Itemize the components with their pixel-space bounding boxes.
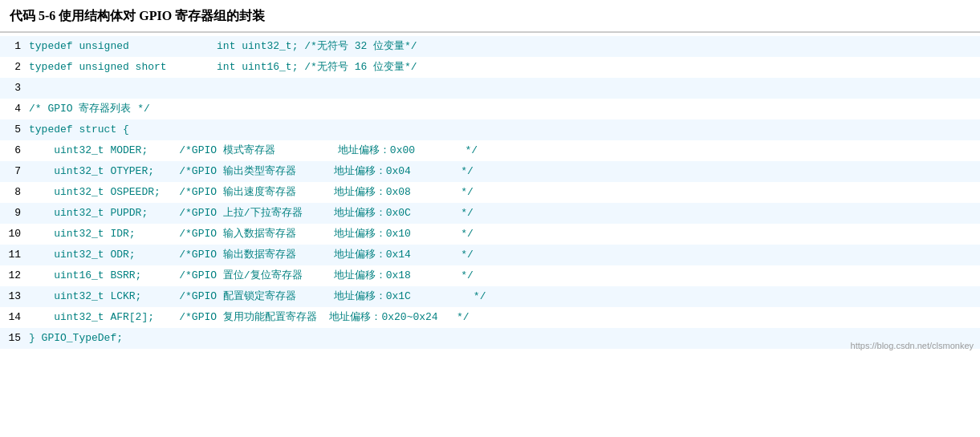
line-content: typedef struct { [29, 119, 980, 140]
code-line: 15} GPIO_TypeDef; [0, 328, 980, 349]
line-content: /* GPIO 寄存器列表 */ [29, 99, 980, 119]
code-line: 13 uint32_t LCKR; /*GPIO 配置锁定寄存器 地址偏移：0x… [0, 286, 980, 307]
line-content: uint32_t PUPDR; /*GPIO 上拉/下拉寄存器 地址偏移：0x0… [29, 203, 980, 224]
line-content: typedef unsigned int uint32_t; /*无符号 32 … [29, 36, 980, 57]
code-line: 5typedef struct { [0, 119, 980, 140]
line-number: 13 [0, 286, 29, 307]
line-number: 2 [0, 57, 29, 78]
line-content: typedef unsigned short int uint16_t; /*无… [29, 57, 980, 78]
line-content: uint32_t MODER; /*GPIO 模式寄存器 地址偏移：0x00 *… [29, 140, 980, 161]
code-block: 1typedef unsigned int uint32_t; /*无符号 32… [0, 33, 980, 352]
line-number: 7 [0, 161, 29, 182]
code-line: 8 uint32_t OSPEEDR; /*GPIO 输出速度寄存器 地址偏移：… [0, 182, 980, 203]
code-line: 10 uint32_t IDR; /*GPIO 输入数据寄存器 地址偏移：0x1… [0, 224, 980, 245]
line-number: 10 [0, 224, 29, 245]
line-content: uint32_t OSPEEDR; /*GPIO 输出速度寄存器 地址偏移：0x… [29, 182, 980, 203]
line-number: 8 [0, 182, 29, 203]
code-line: 3 [0, 78, 980, 99]
code-line: 9 uint32_t PUPDR; /*GPIO 上拉/下拉寄存器 地址偏移：0… [0, 203, 980, 224]
code-line: 14 uint32_t AFR[2]; /*GPIO 复用功能配置寄存器 地址偏… [0, 307, 980, 328]
line-content: uint32_t OTYPER; /*GPIO 输出类型寄存器 地址偏移：0x0… [29, 161, 980, 182]
line-number: 15 [0, 328, 29, 349]
page-title: 代码 5-6 使用结构体对 GPIO 寄存器组的封装 [0, 0, 980, 33]
line-number: 4 [0, 99, 29, 119]
watermark: https://blog.csdn.net/clsmonkey [851, 341, 974, 350]
line-content: uint16_t BSRR; /*GPIO 置位/复位寄存器 地址偏移：0x18… [29, 265, 980, 286]
line-number: 5 [0, 119, 29, 140]
line-content: uint32_t ODR; /*GPIO 输出数据寄存器 地址偏移：0x14 *… [29, 245, 980, 265]
line-content: uint32_t LCKR; /*GPIO 配置锁定寄存器 地址偏移：0x1C … [29, 286, 980, 307]
line-number: 11 [0, 245, 29, 265]
line-content: } GPIO_TypeDef; [29, 328, 980, 349]
line-number: 3 [0, 78, 29, 99]
code-line: 12 uint16_t BSRR; /*GPIO 置位/复位寄存器 地址偏移：0… [0, 265, 980, 286]
code-line: 11 uint32_t ODR; /*GPIO 输出数据寄存器 地址偏移：0x1… [0, 245, 980, 265]
code-line: 2typedef unsigned short int uint16_t; /*… [0, 57, 980, 78]
line-number: 14 [0, 307, 29, 328]
code-line: 7 uint32_t OTYPER; /*GPIO 输出类型寄存器 地址偏移：0… [0, 161, 980, 182]
code-line: 4/* GPIO 寄存器列表 */ [0, 99, 980, 119]
line-number: 9 [0, 203, 29, 224]
line-content: uint32_t AFR[2]; /*GPIO 复用功能配置寄存器 地址偏移：0… [29, 307, 980, 328]
line-number: 1 [0, 36, 29, 57]
line-content: uint32_t IDR; /*GPIO 输入数据寄存器 地址偏移：0x10 *… [29, 224, 980, 245]
code-line: 1typedef unsigned int uint32_t; /*无符号 32… [0, 36, 980, 57]
code-line: 6 uint32_t MODER; /*GPIO 模式寄存器 地址偏移：0x00… [0, 140, 980, 161]
line-number: 12 [0, 265, 29, 286]
line-number: 6 [0, 140, 29, 161]
